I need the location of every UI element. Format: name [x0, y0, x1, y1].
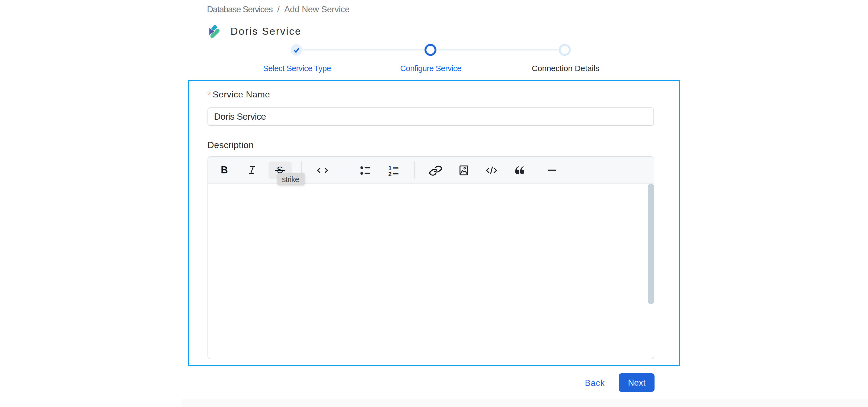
svg-text:2: 2 [388, 170, 392, 176]
